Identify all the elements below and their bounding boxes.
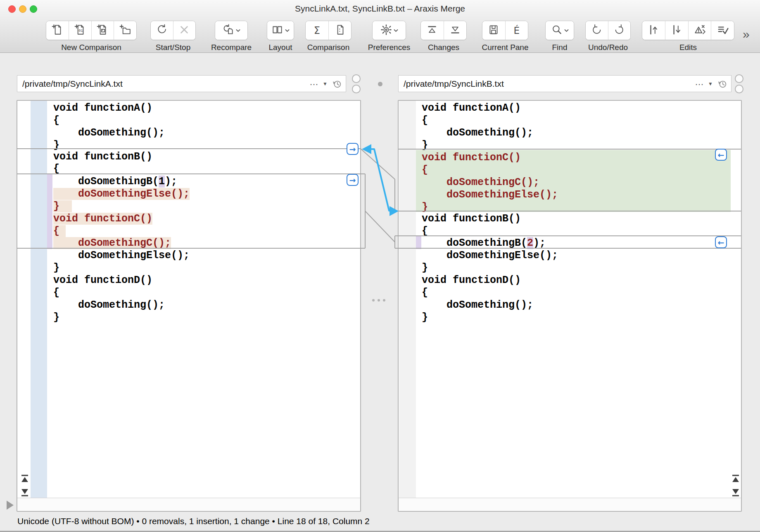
find-button[interactable] [546, 21, 574, 40]
preferences-icon [380, 24, 392, 38]
undo-button[interactable] [586, 21, 608, 40]
copy-right-button-1[interactable]: → [347, 143, 359, 155]
code-line: { [53, 287, 59, 299]
new-binary-comparison-button[interactable]: 01 [69, 21, 91, 40]
code-line: { [53, 114, 59, 127]
dropdown-icon[interactable]: ▼ [707, 81, 717, 87]
scroll-to-last-change-icon[interactable] [732, 487, 740, 496]
right-pane-radio-bottom[interactable] [735, 85, 743, 93]
right-file-path-bar[interactable]: /private/tmp/SyncLinkB.txt … ▼ [398, 75, 732, 92]
stop-comparison-button[interactable] [173, 21, 196, 40]
insert-before-icon [647, 24, 660, 38]
left-pane-radio-bottom[interactable] [352, 85, 361, 93]
code-line: void functionA() [53, 102, 152, 114]
left-pane-radio-top[interactable] [352, 74, 361, 83]
link-options-handle[interactable] [372, 299, 385, 302]
left-horizontal-scrollbar[interactable] [17, 498, 360, 511]
remove-change-button[interactable] [688, 21, 711, 40]
right-pane-radio-top[interactable] [735, 74, 743, 83]
copy-left-button-2[interactable]: ← [715, 236, 727, 248]
code-line: void functionB() [53, 151, 152, 163]
toolbar-group-label: New Comparison [61, 43, 121, 52]
status-text: Unicode (UTF-8 without BOM) • 0 removals… [17, 516, 370, 526]
accept-change-button[interactable] [711, 21, 734, 40]
code-line: doSomethingB(1); [53, 176, 177, 188]
scroll-to-first-change-icon[interactable] [732, 475, 740, 484]
copy-left-button-1[interactable]: ← [715, 149, 727, 161]
toolbar-group-layout: Layout [267, 21, 294, 50]
recompare-button[interactable] [215, 21, 247, 40]
new-folder-comparison-button[interactable] [114, 21, 136, 40]
splitter-handle-dot[interactable] [378, 82, 382, 86]
window-title: SyncLinkA.txt, SyncLinkB.txt – Araxis Me… [0, 4, 760, 14]
history-icon[interactable] [717, 78, 731, 89]
code-line: doSomethingElse(); [422, 249, 558, 262]
save-file-button[interactable] [482, 21, 505, 40]
code-line: doSomething(); [53, 127, 165, 139]
code-line: } [53, 139, 59, 152]
toolbar-group-label: Preferences [368, 43, 410, 52]
comparison-summary-icon: Σ [314, 25, 320, 36]
code-line: doSomethingElse(); [53, 188, 190, 200]
code-line: doSomething(); [422, 127, 533, 139]
code-line: { [422, 287, 428, 299]
start-comparison-button[interactable] [151, 21, 173, 40]
new-image-comparison-icon [96, 24, 109, 38]
new-image-comparison-button[interactable] [91, 21, 114, 40]
preferences-button[interactable] [373, 21, 406, 40]
code-line: { [53, 163, 59, 175]
comparison-summary-button[interactable]: Σ [306, 21, 328, 40]
status-bar: Unicode (UTF-8 without BOM) • 0 removals… [0, 512, 760, 531]
copy-right-button-2[interactable]: → [347, 174, 359, 186]
find-icon [551, 24, 563, 38]
new-text-comparison-button[interactable] [46, 21, 69, 40]
text-encoding-button[interactable]: É [505, 21, 528, 40]
chevron-down-icon [285, 27, 290, 34]
save-file-icon [487, 24, 500, 38]
scroll-to-last-change-icon[interactable] [21, 487, 29, 496]
code-line: doSomething(); [53, 299, 165, 311]
right-pane-gutter [399, 101, 416, 499]
right-code-pane[interactable]: void functionA(){ doSomething();}void fu… [398, 100, 742, 512]
code-line: doSomethingC(); [422, 176, 539, 189]
code-line: void functionA() [422, 102, 521, 114]
right-horizontal-scrollbar[interactable] [399, 498, 741, 511]
next-change-button[interactable] [444, 21, 467, 40]
toolbar-group-undo-redo: Undo/Redo [585, 21, 631, 50]
redo-button[interactable] [608, 21, 631, 40]
previous-change-icon [426, 24, 438, 38]
layout-button[interactable] [267, 21, 294, 40]
toolbar-overflow-icon[interactable]: » [743, 27, 750, 41]
toolbar-group-label: Changes [428, 43, 459, 52]
code-line: } [422, 311, 428, 324]
left-file-path-bar[interactable]: /private/tmp/SyncLinkA.txt … ▼ [17, 75, 346, 92]
ellipsis-icon[interactable]: … [309, 77, 322, 91]
ellipsis-icon[interactable]: … [695, 77, 707, 91]
insert-after-button[interactable] [665, 21, 688, 40]
new-text-comparison-icon [51, 24, 64, 38]
chevron-down-icon [393, 27, 399, 34]
scroll-to-first-change-icon[interactable] [21, 475, 29, 484]
sync-link-left-arrowhead [362, 144, 371, 154]
text-encoding-icon: É [513, 25, 520, 36]
dropdown-icon[interactable]: ▼ [322, 81, 332, 87]
sync-link-right-arrowhead [390, 206, 399, 216]
code-line: } [422, 201, 428, 214]
insert-before-button[interactable] [642, 21, 665, 40]
left-file-path: /private/tmp/SyncLinkA.txt [17, 79, 309, 89]
previous-change-button[interactable] [421, 21, 444, 40]
left-change-bar [47, 174, 52, 249]
toolbar-group-start-stop: Start/Stop [150, 21, 196, 50]
window-chrome: SyncLinkA.txt, SyncLinkB.txt – Araxis Me… [0, 0, 760, 53]
toolbar-group-label: Find [552, 43, 568, 52]
next-change-icon [449, 24, 461, 38]
code-line: { [53, 225, 66, 238]
left-code-pane[interactable]: void functionA(){ doSomething();}void fu… [17, 100, 361, 512]
code-line: void functionB() [422, 213, 521, 225]
comparison-report-button[interactable] [328, 21, 352, 40]
chevron-down-icon [564, 27, 569, 34]
code-line: } [53, 200, 72, 213]
history-icon[interactable] [332, 78, 346, 89]
remove-change-icon [694, 24, 706, 38]
expand-panel-icon[interactable] [7, 501, 14, 510]
